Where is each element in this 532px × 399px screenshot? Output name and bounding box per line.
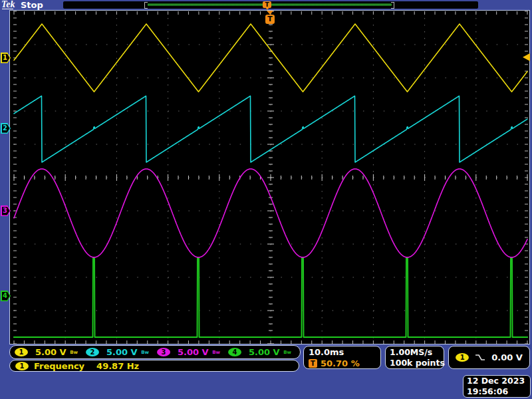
- record-window-bracket-left: [144, 2, 148, 9]
- measurement-source-badge: 1: [15, 362, 29, 370]
- channel-1-badge: 1: [15, 348, 28, 356]
- bandwidth-icon: Bw: [283, 350, 291, 355]
- record-view-bar: T: [63, 1, 478, 9]
- marker-label: 2: [3, 124, 7, 132]
- falling-edge-icon: [475, 353, 485, 362]
- channel-3-scale: 5.00 V: [178, 347, 209, 357]
- marker-label: 1: [3, 54, 7, 61]
- channel-2-marker[interactable]: 2: [1, 123, 11, 134]
- channel-1-marker[interactable]: 1: [1, 53, 11, 63]
- measurement-readout[interactable]: 1 Frequency 49.87 Hz: [9, 360, 299, 372]
- timebase-value: 10.0ms: [309, 347, 376, 358]
- tek-logo: Tek: [1, 0, 15, 10]
- trigger-source-badge: 1: [456, 353, 469, 362]
- datetime-display: 12 Dec 2023 19:56:06: [463, 375, 531, 398]
- channel-3-marker[interactable]: 3: [1, 205, 11, 216]
- date-value: 12 Dec 2023: [467, 376, 527, 386]
- time-value: 19:56:06: [467, 386, 527, 397]
- oscilloscope-screen: { "header": { "logo": "Tek", "status": "…: [0, 0, 532, 399]
- marker-label: 4: [3, 292, 7, 299]
- bandwidth-icon: Bw: [141, 350, 149, 355]
- measurement-value: 49.87 Hz: [96, 361, 139, 371]
- record-window-bracket-right: [391, 2, 394, 9]
- bandwidth-icon: Bw: [212, 350, 220, 355]
- channel-3-readout[interactable]: 3 5.00 V Bw: [152, 347, 223, 357]
- channel-readout-bar: 1 5.00 V Bw 2 5.00 V Bw 3 5.00 V Bw 4 5.…: [9, 345, 301, 359]
- bandwidth-icon: Bw: [70, 350, 78, 355]
- trigger-level-value: 0.00 V: [491, 352, 523, 362]
- trigger-t-icon: T: [309, 359, 317, 368]
- marker-label: 3: [3, 207, 7, 214]
- measurement-label: Frequency: [34, 361, 84, 371]
- channel-2-badge: 2: [86, 348, 99, 356]
- channel-2-scale: 5.00 V: [106, 347, 138, 357]
- channel-1-scale: 5.00 V: [35, 347, 66, 357]
- channel-3-badge: 3: [157, 348, 170, 356]
- channel-2-readout[interactable]: 2 5.00 V Bw: [81, 347, 152, 357]
- channel-1-readout[interactable]: 1 5.00 V Bw: [10, 347, 81, 357]
- acquisition-readout[interactable]: 1.00MS/s 100k points: [385, 346, 444, 369]
- channel-4-scale: 5.00 V: [249, 347, 280, 357]
- record-length-value: 100k points: [390, 358, 440, 368]
- waveform-plot: [10, 11, 531, 345]
- trigger-position-flag[interactable]: T: [265, 15, 275, 24]
- channel-4-marker[interactable]: 4: [1, 291, 11, 301]
- waveform-display: [9, 10, 530, 344]
- trigger-readout[interactable]: 1 0.00 V: [448, 346, 530, 369]
- channel-4-readout[interactable]: 4 5.00 V Bw: [223, 347, 295, 357]
- trigger-level-arrow-icon[interactable]: [523, 53, 530, 61]
- sample-rate-value: 1.00MS/s: [390, 347, 440, 358]
- acquisition-status: Stop: [21, 0, 43, 10]
- horizontal-readout[interactable]: 10.0ms T 50.70 %: [303, 346, 381, 369]
- trigger-position-value: 50.70 %: [321, 358, 360, 368]
- channel-4-badge: 4: [228, 348, 241, 356]
